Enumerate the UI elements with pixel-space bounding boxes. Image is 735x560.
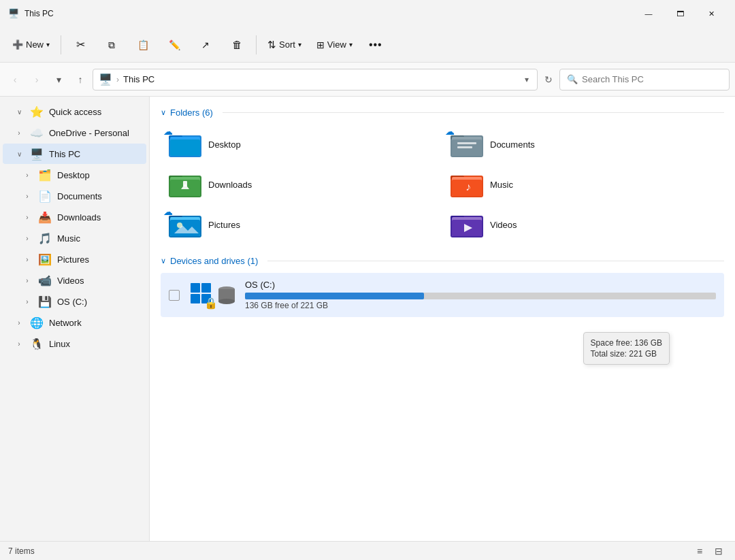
sidebar-item-documents[interactable]: › 📄 Documents [3,186,146,206]
copy-icon: ⧉ [108,40,115,50]
status-bar: 7 items ≡ ⊟ [0,541,735,560]
drive-checkbox[interactable] [169,290,180,301]
content-area: ∨ Folders (6) ☁ Desktop [150,97,735,541]
delete-button[interactable]: 🗑 [222,30,252,60]
videos-folder-name: Videos [490,220,517,230]
sidebar-item-videos[interactable]: › 📹 Videos [3,270,146,291]
address-dropdown-icon[interactable]: ▾ [522,73,532,86]
folders-section-title[interactable]: Folders (6) [170,108,213,118]
expand-icon: › [22,298,33,306]
up-button[interactable]: ↑ [71,70,90,89]
toolbar-sep-1 [61,35,61,54]
expand-icon: › [22,171,33,179]
svg-rect-15 [183,181,187,186]
sidebar-label-onedrive: OneDrive - Personal [49,128,141,138]
folder-item-documents[interactable]: ☁ Documents [442,125,724,165]
folder-item-downloads[interactable]: Downloads [161,165,442,205]
drive-cylinder-icon [216,285,237,306]
expand-icon: › [14,319,24,327]
music-folder-svg: ♪ [451,170,483,197]
folder-item-videos[interactable]: Videos [442,205,724,245]
app-icon: 🖥️ [8,8,19,19]
rename-icon: ✏️ [169,40,180,50]
toolbar: ➕ New ▾ ✂ ⧉ 📋 ✏️ ↗ 🗑 ⇅ Sort ▾ ⊞ View ▾ •… [0,27,735,63]
sidebar-item-pictures[interactable]: › 🖼️ Pictures [3,249,146,269]
tooltip-space-free: Space free: 136 GB [591,338,662,348]
desktop-folder-name: Desktop [208,139,241,150]
sidebar-item-downloads[interactable]: › 📥 Downloads [3,207,146,227]
sidebar-item-this-pc[interactable]: ∨ 🖥️ This PC [3,144,146,164]
sidebar-item-quick-access[interactable]: ∨ ⭐ Quick access [3,101,146,122]
drive-item-os-c[interactable]: 🔒 OS (C:) 136 GB free of 221 GB [161,273,724,317]
cut-icon: ✂ [76,39,85,50]
title-bar: 🖥️ This PC — 🗖 ✕ [0,0,735,27]
sort-button[interactable]: ⇅ Sort ▾ [261,33,308,57]
share-icon: ↗ [201,40,210,50]
drives-section: 🔒 OS (C:) 136 GB free of 221 GB [161,273,724,317]
status-view-controls: ≡ ⊟ [691,543,727,559]
paste-icon: 📋 [137,40,149,50]
toolbar-sep-2 [256,35,257,54]
network-icon: 🌐 [30,316,44,329]
pictures-folder-icon-wrapper: ☁ [169,210,201,240]
folders-divider [223,112,724,113]
refresh-button[interactable]: ↻ [540,71,557,88]
drives-divider [267,261,724,261]
folder-item-music[interactable]: ♪ Music [442,165,724,205]
more-button[interactable]: ••• [361,30,391,60]
quick-access-icon: ⭐ [30,105,44,118]
paste-button[interactable]: 📋 [128,30,158,60]
drives-section-title[interactable]: Devices and drives (1) [170,256,258,266]
svg-text:♪: ♪ [466,181,471,193]
address-box: 🖥️ › This PC ▾ [93,69,538,90]
desktop-folder-svg [169,130,201,157]
close-button[interactable]: ✕ [696,3,727,24]
forward-button[interactable]: › [27,70,46,89]
svg-rect-33 [201,283,211,293]
expand-icon: ∨ [14,108,24,116]
sort-chevron-icon: ▾ [298,41,301,48]
copy-button[interactable]: ⧉ [97,30,127,60]
minimize-button[interactable]: — [633,3,664,24]
pictures-cloud-icon: ☁ [163,206,173,217]
maximize-button[interactable]: 🗖 [664,3,696,24]
recent-button[interactable]: ▾ [49,70,68,89]
sidebar-item-linux[interactable]: › 🐧 Linux [3,333,146,354]
sidebar-item-desktop[interactable]: › 🗂️ Desktop [3,165,146,185]
sidebar-item-network[interactable]: › 🌐 Network [3,312,146,333]
search-icon: 🔍 [567,74,578,84]
drives-section-header: ∨ Devices and drives (1) [161,256,724,266]
sidebar-item-onedrive[interactable]: › ☁️ OneDrive - Personal [3,122,146,143]
sidebar-item-music[interactable]: › 🎵 Music [3,228,146,248]
folder-item-desktop[interactable]: ☁ Desktop [161,125,442,165]
expand-icon: › [14,340,24,348]
detail-view-button[interactable]: ⊟ [710,543,727,559]
rename-button[interactable]: ✏️ [159,30,189,60]
sidebar-label-music: Music [57,233,141,244]
cut-button[interactable]: ✂ [65,30,95,60]
folders-chevron-icon[interactable]: ∨ [161,108,166,117]
new-button[interactable]: ➕ New ▾ [5,33,56,57]
desktop-icon: 🗂️ [38,169,52,182]
sidebar-item-os-c[interactable]: › 💾 OS (C:) [3,291,146,312]
sidebar-label-os-c: OS (C:) [57,297,141,307]
list-view-button[interactable]: ≡ [691,543,708,559]
drive-bar-bg [245,293,716,299]
share-button[interactable]: ↗ [191,30,220,60]
lock-icon: 🔒 [204,297,218,310]
view-button[interactable]: ⊞ View ▾ [310,33,359,57]
drive-tooltip: Space free: 136 GB Total size: 221 GB [583,332,670,365]
svg-point-38 [218,299,235,304]
search-input[interactable] [582,74,722,84]
address-separator: › [116,75,119,84]
folder-item-pictures[interactable]: ☁ Pictures [161,205,442,245]
back-button[interactable]: ‹ [5,70,24,89]
svg-rect-8 [457,142,476,144]
downloads-icon: 📥 [38,211,52,224]
title-bar-controls: — 🗖 ✕ [633,3,727,24]
drives-chevron-icon[interactable]: ∨ [161,257,166,265]
linux-icon: 🐧 [30,337,44,350]
downloads-folder-name: Downloads [208,180,252,190]
sort-label: Sort [279,39,295,50]
svg-rect-32 [191,283,200,293]
